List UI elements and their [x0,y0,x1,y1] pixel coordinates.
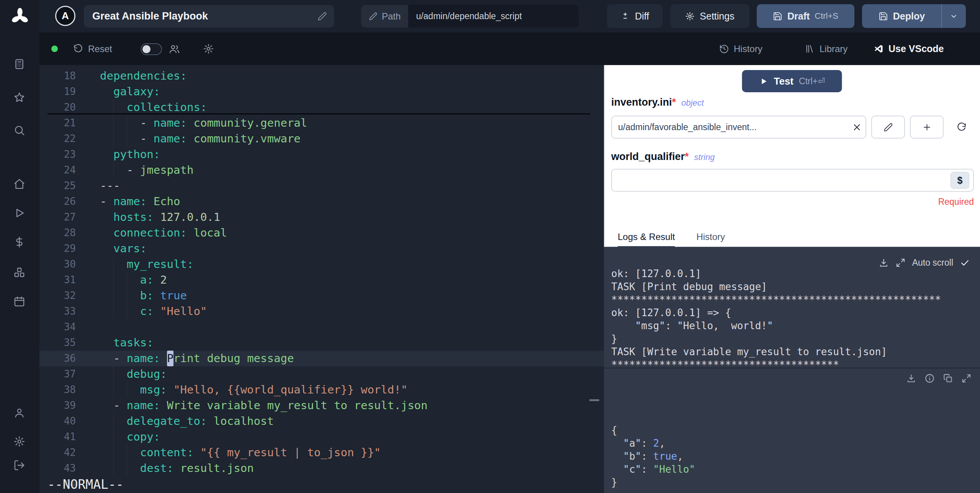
result-line: { [611,424,980,437]
code-line[interactable]: 33 c: "Hello" [39,304,604,319]
avatar[interactable]: A [55,6,75,26]
expand-icon[interactable] [961,373,972,384]
refresh-resource-button[interactable] [949,116,974,139]
code-line[interactable]: 26- name: Echo [39,194,604,209]
expand-icon[interactable] [895,258,906,268]
line-number: 21 [39,115,76,131]
code-line[interactable]: 43 dest: result.json [39,460,604,476]
code-text: msg: "Hello, {{world_qualifier}} world!" [100,382,407,398]
world-qualifier-input[interactable]: $ [611,169,974,192]
code-line[interactable]: 19 galaxy: [39,84,604,100]
sidebar-item-logout[interactable] [13,459,26,472]
code-line[interactable]: 34 [39,319,604,335]
world-qualifier-type: string [694,152,715,162]
mode-toggle[interactable] [141,43,162,55]
save-icon [879,11,888,21]
diff-label: Diff [635,11,649,22]
autoscroll-checkbox[interactable] [960,258,970,268]
deploy-dropdown-button[interactable] [941,4,966,28]
code-line[interactable]: 24 - jmespath [39,162,604,178]
sidebar-item-dollar[interactable] [13,235,26,249]
download-icon[interactable] [906,373,916,384]
clear-icon[interactable] [852,122,862,132]
logs-panel[interactable]: ok: [127.0.0.1]TASK [Print debug message… [604,247,980,367]
sidebar-item-calendar[interactable] [13,295,26,309]
settings-button[interactable]: Settings [670,4,749,28]
code-line[interactable]: 22 - name: community.vmware [39,131,604,147]
code-line[interactable]: 35 tasks: [39,335,604,351]
windmill-logo-icon[interactable] [11,8,29,26]
code-line[interactable]: 27 hosts: 127.0.0.1 [39,209,604,225]
code-line[interactable]: 31 a: 2 [39,272,604,288]
code-line[interactable]: 29 vars: [39,241,604,256]
code-line[interactable]: 38 msg: "Hello, {{world_qualifier}} worl… [39,382,604,398]
line-number: 23 [39,147,76,162]
code-line[interactable]: 23 python: [39,147,604,162]
sidebar-item-boxes[interactable] [13,266,26,279]
code-text: my_result: [100,256,193,272]
code-text: galaxy: [100,84,160,100]
log-line: ************************************** [611,358,980,367]
use-vscode-button[interactable]: Use VScode [874,33,944,65]
app: A Great Ansible Playbook Path u/admin/de… [0,0,980,493]
inventory-resource-input[interactable]: u/admin/favorable_ansible_invent... [611,116,866,139]
collaborators-button[interactable] [169,43,180,54]
editor-settings-button[interactable] [203,43,214,54]
code-line[interactable]: 40 delegate_to: localhost [39,413,604,429]
tab-history[interactable]: History [696,228,725,246]
download-icon[interactable] [879,258,889,268]
code-line[interactable]: 30 my_result: [39,256,604,272]
autoscroll-label: Auto scroll [912,256,953,269]
code-line[interactable]: 18dependencies: [39,68,604,84]
test-button[interactable]: Test Ctrl+⏎ [742,70,842,92]
diff-button[interactable]: Diff [607,4,663,28]
code-text: - name: Echo [100,194,180,209]
code-line[interactable]: 25--- [39,178,604,194]
code-line[interactable]: 37 debug: [39,366,604,382]
path-group[interactable]: Path u/admin/dependable_script [361,5,579,28]
code-line[interactable]: 21 - name: community.general [39,115,604,131]
sidebar-item-play[interactable] [13,206,26,220]
code-line[interactable]: 41 copy: [39,429,604,445]
code-line[interactable]: 20 collections: [39,100,604,115]
code-line[interactable]: 36 - name: Print debug message [39,351,604,366]
script-title: Great Ansible Playbook [92,10,317,22]
save-icon [773,11,782,21]
code-line[interactable]: 42 content: "{{ my_result | to_json }}" [39,445,604,460]
code-line[interactable]: 39 - name: Write variable my_result to r… [39,398,604,413]
code-text: - name: community.vmware [100,131,301,147]
sidebar-item-star[interactable] [13,91,26,104]
reset-button[interactable]: Reset [73,33,112,65]
variable-picker-button[interactable]: $ [951,172,969,189]
gear-icon [685,11,695,21]
toggle-knob [142,45,151,53]
add-resource-button[interactable] [910,116,944,139]
script-title-input[interactable]: Great Ansible Playbook [84,5,334,28]
result-line: "a": 2, [611,437,980,450]
code-text: - name: community.general [100,115,307,131]
code-line[interactable]: 32 b: true [39,288,604,304]
copy-icon[interactable] [943,373,953,384]
code-line[interactable]: 44 [39,476,604,492]
sidebar-item-user[interactable] [13,406,26,420]
draft-button[interactable]: Draft Ctrl+S [757,4,854,28]
tab-logs-result[interactable]: Logs & Result [618,228,675,247]
result-panel[interactable]: { "a": 2, "b": true, "c": "Hello"} [604,367,980,493]
line-number: 40 [39,413,76,429]
sidebar-item-calculator[interactable] [13,57,26,71]
sidebar-item-home[interactable] [13,177,26,191]
status-dot [51,46,58,52]
deploy-button[interactable]: Deploy [862,4,941,28]
chevron-down-icon [949,12,958,21]
edit-resource-button[interactable] [871,116,905,139]
code-text: tasks: [100,335,154,351]
library-button[interactable]: Library [805,33,847,65]
sidebar-item-gear[interactable] [13,435,26,449]
log-line: TASK [Print debug message] [611,280,980,293]
history-button[interactable]: History [719,33,762,65]
sidebar-item-search[interactable] [13,124,26,137]
code-text: dependencies: [100,68,187,84]
code-editor[interactable]: 18dependencies:19 galaxy:20 collections:… [39,65,604,493]
code-line[interactable]: 28 connection: local [39,225,604,241]
info-icon[interactable] [924,373,935,384]
